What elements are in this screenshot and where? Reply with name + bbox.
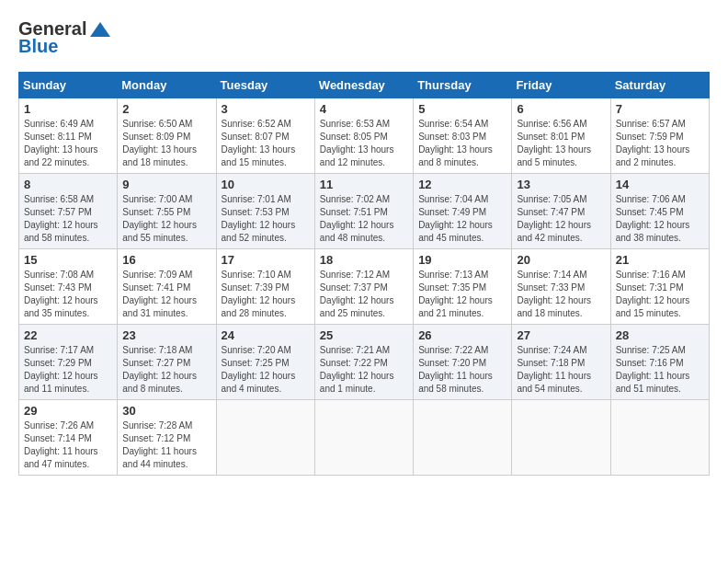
calendar-cell: 19Sunrise: 7:13 AM Sunset: 7:35 PM Dayli… [414, 249, 512, 325]
calendar-cell: 12Sunrise: 7:04 AM Sunset: 7:49 PM Dayli… [414, 174, 512, 249]
calendar-cell: 24Sunrise: 7:20 AM Sunset: 7:25 PM Dayli… [216, 325, 314, 400]
calendar-cell: 3Sunrise: 6:52 AM Sunset: 8:07 PM Daylig… [216, 98, 314, 174]
weekday-header: Tuesday [216, 73, 314, 98]
day-number: 15 [24, 253, 112, 267]
calendar-cell: 8Sunrise: 6:58 AM Sunset: 7:57 PM Daylig… [19, 174, 118, 249]
calendar-cell: 2Sunrise: 6:50 AM Sunset: 8:09 PM Daylig… [118, 98, 216, 174]
calendar-week-row: 8Sunrise: 6:58 AM Sunset: 7:57 PM Daylig… [19, 174, 710, 249]
calendar-cell [512, 400, 610, 476]
calendar-cell: 30Sunrise: 7:28 AM Sunset: 7:12 PM Dayli… [118, 400, 216, 476]
day-number: 23 [122, 328, 210, 342]
day-number: 14 [616, 178, 704, 191]
day-number: 2 [122, 102, 210, 116]
day-number: 11 [320, 178, 408, 191]
day-number: 28 [616, 328, 704, 342]
calendar-cell: 11Sunrise: 7:02 AM Sunset: 7:51 PM Dayli… [314, 174, 413, 249]
calendar-cell [414, 400, 512, 476]
day-number: 27 [517, 328, 605, 342]
day-info: Sunrise: 7:28 AM Sunset: 7:12 PM Dayligh… [122, 419, 210, 471]
day-info: Sunrise: 7:10 AM Sunset: 7:39 PM Dayligh… [222, 269, 310, 320]
day-number: 7 [616, 102, 704, 116]
calendar-cell [216, 400, 314, 476]
day-number: 3 [222, 102, 310, 116]
calendar-cell: 21Sunrise: 7:16 AM Sunset: 7:31 PM Dayli… [610, 249, 709, 325]
calendar-cell: 13Sunrise: 7:05 AM Sunset: 7:47 PM Dayli… [512, 174, 610, 249]
day-info: Sunrise: 6:49 AM Sunset: 8:11 PM Dayligh… [24, 118, 112, 169]
calendar-cell: 6Sunrise: 6:56 AM Sunset: 8:01 PM Daylig… [512, 98, 610, 174]
calendar-cell: 29Sunrise: 7:26 AM Sunset: 7:14 PM Dayli… [19, 400, 118, 476]
day-number: 5 [418, 102, 506, 116]
calendar-cell: 25Sunrise: 7:21 AM Sunset: 7:22 PM Dayli… [314, 325, 413, 400]
calendar-cell: 9Sunrise: 7:00 AM Sunset: 7:55 PM Daylig… [118, 174, 216, 249]
day-info: Sunrise: 7:21 AM Sunset: 7:22 PM Dayligh… [320, 344, 408, 396]
day-info: Sunrise: 7:22 AM Sunset: 7:20 PM Dayligh… [418, 344, 506, 396]
calendar-cell: 4Sunrise: 6:53 AM Sunset: 8:05 PM Daylig… [314, 98, 413, 174]
calendar-cell [314, 400, 413, 476]
calendar-cell: 14Sunrise: 7:06 AM Sunset: 7:45 PM Dayli… [610, 174, 709, 249]
day-info: Sunrise: 7:01 AM Sunset: 7:53 PM Dayligh… [222, 193, 310, 245]
day-number: 1 [24, 102, 112, 116]
calendar-cell: 27Sunrise: 7:24 AM Sunset: 7:18 PM Dayli… [512, 325, 610, 400]
day-number: 20 [517, 253, 605, 267]
calendar-cell: 10Sunrise: 7:01 AM Sunset: 7:53 PM Dayli… [216, 174, 314, 249]
weekday-header: Monday [118, 73, 216, 98]
day-info: Sunrise: 6:53 AM Sunset: 8:05 PM Dayligh… [320, 118, 408, 169]
calendar-week-row: 29Sunrise: 7:26 AM Sunset: 7:14 PM Dayli… [19, 400, 710, 476]
day-number: 17 [222, 253, 310, 267]
weekday-header-row: SundayMondayTuesdayWednesdayThursdayFrid… [19, 73, 710, 98]
calendar-week-row: 15Sunrise: 7:08 AM Sunset: 7:43 PM Dayli… [19, 249, 710, 325]
day-info: Sunrise: 7:00 AM Sunset: 7:55 PM Dayligh… [122, 193, 210, 245]
day-number: 22 [24, 328, 112, 342]
day-info: Sunrise: 7:24 AM Sunset: 7:18 PM Dayligh… [517, 344, 605, 396]
day-number: 29 [24, 404, 112, 418]
day-info: Sunrise: 6:56 AM Sunset: 8:01 PM Dayligh… [517, 118, 605, 169]
weekday-header: Saturday [610, 73, 709, 98]
svg-marker-0 [90, 22, 110, 37]
weekday-header: Sunday [19, 73, 118, 98]
day-number: 25 [320, 328, 408, 342]
calendar-week-row: 22Sunrise: 7:17 AM Sunset: 7:29 PM Dayli… [19, 325, 710, 400]
day-info: Sunrise: 7:14 AM Sunset: 7:33 PM Dayligh… [517, 269, 605, 320]
day-number: 19 [418, 253, 506, 267]
calendar-cell: 16Sunrise: 7:09 AM Sunset: 7:41 PM Dayli… [118, 249, 216, 325]
day-info: Sunrise: 7:17 AM Sunset: 7:29 PM Dayligh… [24, 344, 112, 396]
calendar-cell: 5Sunrise: 6:54 AM Sunset: 8:03 PM Daylig… [414, 98, 512, 174]
calendar-cell: 17Sunrise: 7:10 AM Sunset: 7:39 PM Dayli… [216, 249, 314, 325]
day-number: 24 [222, 328, 310, 342]
calendar-cell: 1Sunrise: 6:49 AM Sunset: 8:11 PM Daylig… [19, 98, 118, 174]
day-number: 9 [122, 178, 210, 191]
day-info: Sunrise: 7:12 AM Sunset: 7:37 PM Dayligh… [320, 269, 408, 320]
calendar-cell: 18Sunrise: 7:12 AM Sunset: 7:37 PM Dayli… [314, 249, 413, 325]
logo-blue-text: Blue [18, 36, 58, 57]
weekday-header: Thursday [414, 73, 512, 98]
page-header: General Blue [18, 18, 710, 57]
day-info: Sunrise: 7:04 AM Sunset: 7:49 PM Dayligh… [418, 193, 506, 245]
day-number: 13 [517, 178, 605, 191]
day-info: Sunrise: 7:18 AM Sunset: 7:27 PM Dayligh… [122, 344, 210, 396]
calendar-cell: 22Sunrise: 7:17 AM Sunset: 7:29 PM Dayli… [19, 325, 118, 400]
day-number: 21 [616, 253, 704, 267]
day-info: Sunrise: 7:05 AM Sunset: 7:47 PM Dayligh… [517, 193, 605, 245]
day-info: Sunrise: 7:08 AM Sunset: 7:43 PM Dayligh… [24, 269, 112, 320]
day-number: 10 [222, 178, 310, 191]
calendar-cell: 23Sunrise: 7:18 AM Sunset: 7:27 PM Dayli… [118, 325, 216, 400]
calendar-week-row: 1Sunrise: 6:49 AM Sunset: 8:11 PM Daylig… [19, 98, 710, 174]
day-info: Sunrise: 7:26 AM Sunset: 7:14 PM Dayligh… [24, 419, 112, 471]
calendar-cell: 20Sunrise: 7:14 AM Sunset: 7:33 PM Dayli… [512, 249, 610, 325]
day-number: 26 [418, 328, 506, 342]
day-info: Sunrise: 6:58 AM Sunset: 7:57 PM Dayligh… [24, 193, 112, 245]
day-info: Sunrise: 7:16 AM Sunset: 7:31 PM Dayligh… [616, 269, 704, 320]
day-number: 4 [320, 102, 408, 116]
logo: General Blue [18, 18, 110, 57]
calendar-cell: 26Sunrise: 7:22 AM Sunset: 7:20 PM Dayli… [414, 325, 512, 400]
day-info: Sunrise: 6:54 AM Sunset: 8:03 PM Dayligh… [418, 118, 506, 169]
day-number: 6 [517, 102, 605, 116]
day-number: 18 [320, 253, 408, 267]
day-info: Sunrise: 7:20 AM Sunset: 7:25 PM Dayligh… [222, 344, 310, 396]
day-number: 8 [24, 178, 112, 191]
calendar-table: SundayMondayTuesdayWednesdayThursdayFrid… [18, 72, 710, 476]
day-info: Sunrise: 7:09 AM Sunset: 7:41 PM Dayligh… [122, 269, 210, 320]
weekday-header: Wednesday [314, 73, 413, 98]
day-info: Sunrise: 6:52 AM Sunset: 8:07 PM Dayligh… [222, 118, 310, 169]
calendar-cell: 28Sunrise: 7:25 AM Sunset: 7:16 PM Dayli… [610, 325, 709, 400]
